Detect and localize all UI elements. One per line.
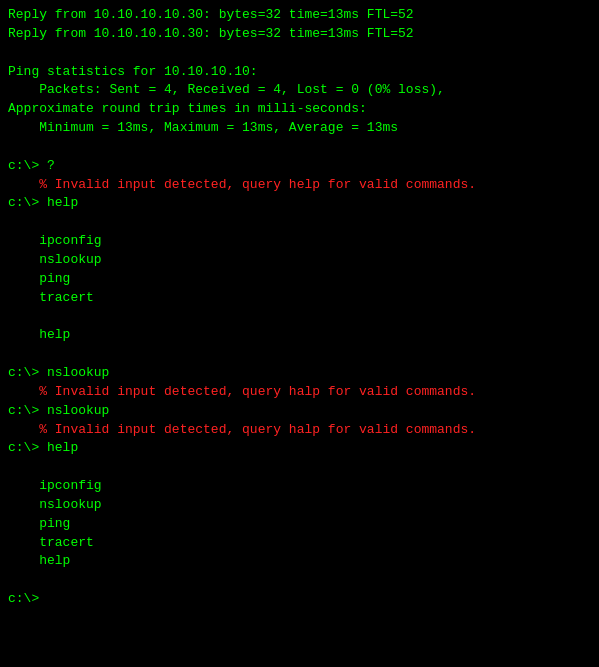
output-line: help: [8, 552, 591, 571]
error-line: % Invalid input detected, query help for…: [8, 176, 591, 195]
terminal-window: Reply from 10.10.10.10.30: bytes=32 time…: [8, 6, 591, 609]
output-line: Ping statistics for 10.10.10.10:: [8, 63, 591, 82]
output-line: c:\> help: [8, 439, 591, 458]
output-line: c:\> help: [8, 194, 591, 213]
output-line: ping: [8, 270, 591, 289]
error-line: % Invalid input detected, query halp for…: [8, 421, 591, 440]
blank-line: [8, 308, 591, 327]
blank-line: [8, 571, 591, 590]
output-line: Minimum = 13ms, Maximum = 13ms, Average …: [8, 119, 591, 138]
output-line: tracert: [8, 289, 591, 308]
output-line: ping: [8, 515, 591, 534]
output-line: Packets: Sent = 4, Received = 4, Lost = …: [8, 81, 591, 100]
output-line: c:\> nslookup: [8, 364, 591, 383]
blank-line: [8, 458, 591, 477]
output-line: c:\> nslookup: [8, 402, 591, 421]
blank-line: [8, 138, 591, 157]
output-line: ipconfig: [8, 477, 591, 496]
output-line: Approximate round trip times in milli-se…: [8, 100, 591, 119]
output-line: help: [8, 326, 591, 345]
output-line: c:\>: [8, 590, 591, 609]
blank-line: [8, 44, 591, 63]
output-line: Reply from 10.10.10.10.30: bytes=32 time…: [8, 6, 591, 25]
output-line: nslookup: [8, 251, 591, 270]
output-line: Reply from 10.10.10.10.30: bytes=32 time…: [8, 25, 591, 44]
error-line: % Invalid input detected, query halp for…: [8, 383, 591, 402]
output-line: tracert: [8, 534, 591, 553]
output-line: ipconfig: [8, 232, 591, 251]
blank-line: [8, 213, 591, 232]
output-line: c:\> ?: [8, 157, 591, 176]
blank-line: [8, 345, 591, 364]
output-line: nslookup: [8, 496, 591, 515]
